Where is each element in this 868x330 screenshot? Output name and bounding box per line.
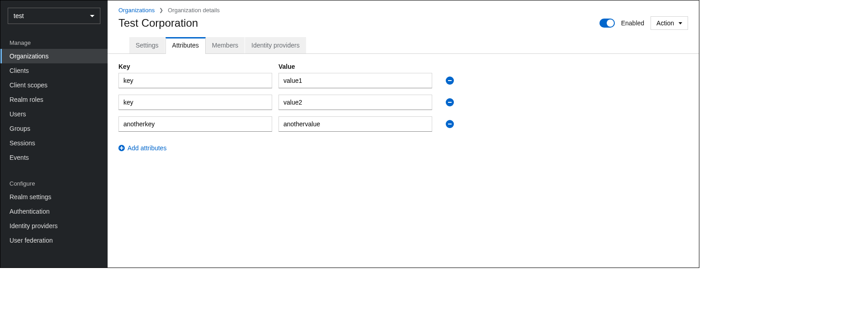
nav-label: Groups	[9, 125, 30, 132]
nav-label: Client scopes	[9, 81, 47, 89]
tab-label: Settings	[136, 42, 159, 49]
minus-icon	[448, 102, 452, 103]
remove-attribute-button[interactable]	[446, 120, 454, 128]
tab-identity-providers[interactable]: Identity providers	[245, 37, 307, 53]
page-title: Test Corporation	[118, 17, 198, 29]
toggle-knob	[607, 19, 614, 27]
sidebar-item-organizations[interactable]: Organizations	[0, 49, 108, 63]
attribute-row	[118, 116, 688, 132]
tab-label: Members	[212, 42, 238, 49]
tab-label: Identity providers	[251, 42, 300, 49]
nav-label: Realm roles	[9, 96, 43, 103]
main-content: Organizations ❯ Organization details Tes…	[108, 0, 699, 268]
attribute-key-input[interactable]	[118, 73, 272, 88]
remove-attribute-button[interactable]	[446, 77, 454, 85]
nav-label: Sessions	[9, 139, 35, 147]
attribute-value-input[interactable]	[278, 116, 432, 132]
add-attributes-button[interactable]: Add attributes	[118, 144, 166, 152]
nav-label: Identity providers	[9, 222, 58, 230]
attribute-row	[118, 73, 688, 88]
tab-label: Attributes	[172, 42, 199, 49]
nav-label: Authentication	[9, 208, 50, 215]
sidebar-item-identity-providers[interactable]: Identity providers	[0, 219, 108, 233]
nav-label: Events	[9, 154, 29, 161]
attributes-section: Key Value	[108, 54, 699, 162]
minus-icon	[448, 80, 452, 81]
sidebar-item-client-scopes[interactable]: Client scopes	[0, 78, 108, 92]
minus-icon	[448, 124, 452, 124]
attribute-value-input[interactable]	[278, 73, 432, 88]
nav-section-title: Manage	[0, 31, 108, 49]
nav-label: Users	[9, 110, 26, 118]
sidebar-item-realm-roles[interactable]: Realm roles	[0, 92, 108, 107]
attribute-value-input[interactable]	[278, 95, 432, 110]
breadcrumb-root-link[interactable]: Organizations	[118, 7, 155, 14]
sidebar-item-authentication[interactable]: Authentication	[0, 204, 108, 219]
sidebar-item-users[interactable]: Users	[0, 107, 108, 121]
action-dropdown-label: Action	[656, 19, 674, 27]
sidebar-item-sessions[interactable]: Sessions	[0, 136, 108, 150]
tab-settings[interactable]: Settings	[129, 37, 165, 53]
chevron-down-icon	[679, 22, 682, 24]
remove-attribute-button[interactable]	[446, 98, 454, 106]
nav-section-title: Configure	[0, 172, 108, 190]
tab-attributes[interactable]: Attributes	[165, 37, 206, 54]
add-attributes-label: Add attributes	[127, 144, 166, 152]
plus-circle-icon	[118, 145, 125, 151]
sidebar-item-clients[interactable]: Clients	[0, 63, 108, 78]
chevron-down-icon	[90, 15, 94, 17]
attribute-key-input[interactable]	[118, 95, 272, 110]
nav-label: Organizations	[9, 53, 48, 60]
nav-label: Realm settings	[9, 193, 52, 201]
realm-selector-value: test	[14, 12, 24, 19]
attribute-key-input[interactable]	[118, 116, 272, 132]
enabled-toggle[interactable]	[599, 19, 615, 28]
breadcrumb-current: Organization details	[168, 7, 220, 14]
sidebar: test Manage Organizations Clients Client…	[0, 0, 108, 268]
action-dropdown[interactable]: Action	[651, 16, 688, 30]
sidebar-item-groups[interactable]: Groups	[0, 121, 108, 136]
realm-selector[interactable]: test	[8, 8, 100, 24]
tabs: Settings Attributes Members Identity pro…	[108, 37, 699, 54]
column-header-key: Key	[118, 63, 272, 70]
nav-label: User federation	[9, 237, 53, 244]
enabled-label: Enabled	[621, 19, 644, 27]
attribute-row	[118, 95, 688, 110]
breadcrumb: Organizations ❯ Organization details	[108, 0, 699, 14]
tab-members[interactable]: Members	[206, 37, 245, 53]
sidebar-item-realm-settings[interactable]: Realm settings	[0, 190, 108, 204]
chevron-right-icon: ❯	[159, 7, 163, 13]
column-header-value: Value	[278, 63, 432, 70]
sidebar-item-user-federation[interactable]: User federation	[0, 233, 108, 248]
sidebar-item-events[interactable]: Events	[0, 150, 108, 165]
nav-label: Clients	[9, 67, 29, 74]
